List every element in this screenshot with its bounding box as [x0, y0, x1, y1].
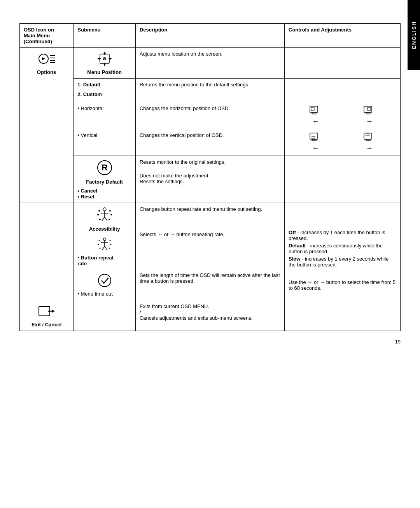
svg-rect-32 [366, 134, 369, 136]
menu-position-label: Menu Position [77, 69, 131, 75]
button-repeat-icon [97, 236, 112, 252]
header-col4: Controls and Adjustments [285, 24, 401, 48]
menu-timeout-icon [97, 273, 112, 288]
button-repeat-icon-wrap [77, 236, 131, 253]
table-row-accessibility: Accessibility [20, 203, 401, 300]
table-row-default-custom: 1. Default 2. Custom Returns the menu po… [20, 79, 401, 102]
svg-point-46 [103, 238, 106, 241]
menu-position-description: Adjusts menu location on the screen. [135, 48, 284, 79]
svg-point-57 [98, 274, 111, 287]
button-repeat-controls: Off - increases by 1 each time the butto… [289, 229, 396, 268]
right-arrow-horiz: → [362, 117, 376, 126]
custom-label: 2. Custom [77, 91, 131, 97]
svg-text:R: R [102, 163, 108, 172]
right-arrow-vert: → [362, 144, 376, 152]
accessibility-icon-wrap [77, 206, 131, 224]
left-arrow-horiz: ← [308, 117, 322, 126]
svg-point-42 [97, 214, 99, 215]
factory-default-icon: R [96, 159, 113, 176]
menu-timeout-icon-wrap [77, 273, 131, 289]
svg-line-38 [102, 217, 105, 221]
horizontal-controls: ← → [285, 102, 401, 129]
svg-marker-13 [98, 58, 100, 60]
svg-line-49 [102, 246, 105, 250]
accessibility-controls: Off - increases by 1 each time the butto… [285, 203, 401, 300]
svg-point-56 [108, 248, 110, 249]
vertical-bullet: • [77, 132, 80, 138]
svg-point-41 [109, 210, 111, 212]
table-row-options: Options [20, 48, 401, 79]
menu-position-controls [285, 48, 401, 79]
options-label: Options [24, 69, 69, 75]
accessibility-icon-cell [20, 203, 74, 300]
table-row-exit-cancel: Exit / Cancel Exits from current OSD MEN… [20, 300, 401, 331]
horiz-ctrl-left: ← [308, 105, 322, 126]
english-tab: ENGLISH [408, 0, 420, 70]
exit-cancel-icon [38, 303, 55, 319]
default-custom-submenu: 1. Default 2. Custom [74, 79, 136, 102]
svg-point-53 [98, 244, 99, 245]
exit-icon-cell: Exit / Cancel [20, 300, 74, 331]
header-col2: Submenu [74, 24, 136, 48]
svg-marker-12 [103, 64, 106, 66]
menu-timeout-label: • Menu time out [77, 291, 131, 297]
exit-cancel-label: Exit / Cancel [24, 322, 69, 328]
left-arrow-vert: ← [308, 144, 322, 152]
svg-rect-24 [368, 107, 371, 110]
accessibility-submenu: Accessibility [74, 203, 136, 300]
svg-rect-58 [39, 307, 50, 316]
page-number: 19 [19, 339, 401, 345]
header-col1: OSD Icon onMain Menu(Continued) [20, 24, 74, 48]
svg-rect-20 [311, 107, 314, 110]
horiz-ctrl-right: → [362, 105, 376, 126]
main-content: OSD Icon onMain Menu(Continued) Submenu … [19, 23, 401, 345]
horizontal-description: Changes the horizontal position of OSD. [135, 102, 284, 129]
svg-point-51 [98, 240, 100, 241]
svg-point-16 [104, 58, 105, 59]
default-controls [285, 79, 401, 102]
horizontal-label: Horizontal [81, 105, 104, 111]
svg-rect-28 [312, 137, 315, 138]
accessibility-label: Accessibility [77, 226, 131, 232]
menu-position-icon [77, 51, 131, 68]
factory-default-icon-wrap: R [77, 159, 131, 177]
accessibility-icon [96, 206, 113, 223]
vertical-submenu: • Vertical [74, 129, 136, 156]
svg-point-45 [108, 219, 110, 220]
svg-marker-60 [52, 310, 54, 313]
svg-line-39 [105, 217, 107, 221]
doc-table: OSD Icon onMain Menu(Continued) Submenu … [19, 23, 401, 331]
options-icon [38, 51, 55, 67]
table-row-factory-default: R Factory Default • Cancel • Reset Reset… [20, 156, 401, 203]
svg-marker-14 [110, 58, 112, 60]
vertical-label: Vertical [81, 132, 98, 138]
svg-marker-11 [103, 52, 106, 54]
cancel-item: • Cancel [77, 188, 131, 194]
factory-default-description: Resets monitor to the original settings.… [135, 156, 284, 203]
header-col3: Description [135, 24, 284, 48]
horizontal-submenu: • Horizontal [74, 102, 136, 129]
menu-position-submenu: Menu Position [74, 48, 136, 79]
factory-default-submenu: R Factory Default • Cancel • Reset [74, 156, 136, 203]
vertical-description: Changes the vertical position of OSD. [135, 129, 284, 156]
table-row-horizontal: • Horizontal Changes the horizontal posi… [20, 102, 401, 129]
svg-point-44 [99, 219, 101, 220]
accessibility-description: Changes button repeat rate and menu time… [135, 203, 284, 300]
button-repeat-label: • Button repeatrate [77, 255, 131, 266]
default-description: Returns the menu position to the default… [135, 79, 284, 102]
svg-line-50 [105, 246, 107, 250]
menu-timeout-controls: Use the ← or → button to select the time… [289, 279, 396, 291]
svg-point-54 [110, 244, 111, 245]
exit-cancel-controls [285, 300, 401, 331]
vert-ctrl-left: ← [308, 132, 322, 152]
reset-item: • Reset [77, 194, 131, 200]
vertical-controls: ← → [285, 129, 401, 156]
default-label: 1. Default [77, 82, 131, 88]
factory-default-controls [285, 156, 401, 203]
svg-marker-1 [42, 57, 45, 60]
horizontal-bullet: • [77, 105, 80, 111]
vert-ctrl-right: → [362, 132, 376, 152]
svg-point-55 [99, 248, 100, 249]
svg-point-43 [110, 214, 112, 215]
svg-point-40 [98, 210, 100, 212]
